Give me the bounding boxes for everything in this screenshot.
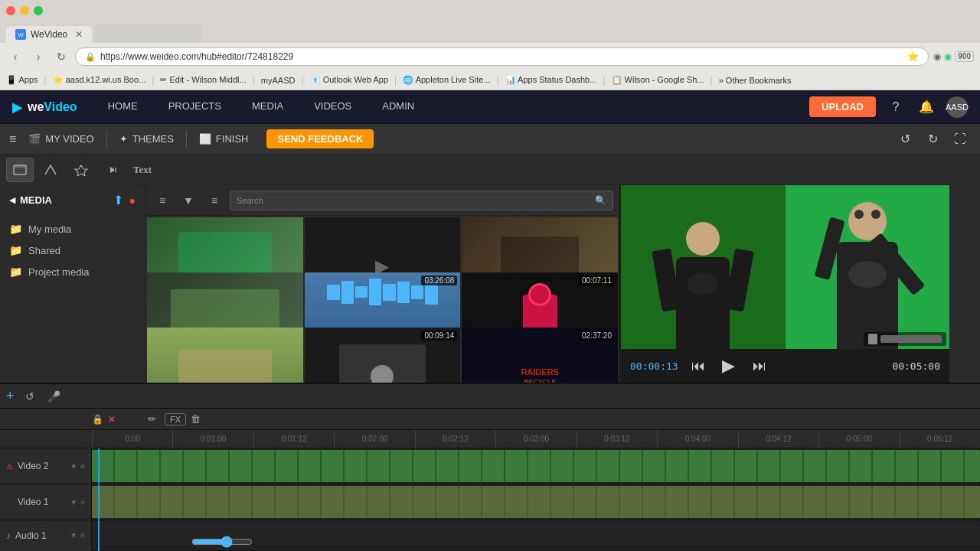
timeline-fx-button[interactable]: FX <box>165 413 186 425</box>
media-tool-audio[interactable] <box>98 158 126 182</box>
media-tool-effects[interactable] <box>67 158 95 182</box>
timeline-mic-button[interactable]: 🎤 <box>45 387 64 406</box>
bookmark-aasd[interactable]: ⭐ aasd.k12.wi.us Boo... <box>53 75 146 85</box>
fullscreen-button[interactable]: ⛶ <box>949 129 971 150</box>
search-icon[interactable]: 🔍 <box>595 195 606 206</box>
nav-videos[interactable]: VIDEOS <box>299 90 367 123</box>
ruler-3: 0:02:00 <box>334 430 414 448</box>
track-video1-name: Video 1 <box>18 497 48 507</box>
active-tab[interactable]: W WeVideo ✕ <box>6 26 92 43</box>
bookmark-wilson[interactable]: 📋 Wilson - Google Sh... <box>612 75 704 85</box>
playhead-x-icon[interactable]: ✕ <box>108 414 116 425</box>
finish-button[interactable]: ⬜ FINISH <box>199 133 249 145</box>
media-item-7[interactable]: 00:09:14 recording_1462558792000 <box>305 328 461 383</box>
bookmark-outlook[interactable]: 📧 Outlook Web App <box>310 75 388 85</box>
media-tool-clip[interactable] <box>6 158 34 182</box>
media-item-6[interactable]: 20090529_Great_Wall_8185 <box>147 328 303 383</box>
timeline: + ↺ 🎤 🔒 ✕ ✏ FX 🗑 0:00 0:01:00 0:01:12 0:… <box>0 383 980 551</box>
media-grid-toolbar: ≡ ▼ ≡ Search 🔍 <box>145 185 619 216</box>
track-audio1-settings[interactable]: ≡ <box>80 531 85 540</box>
themes-button[interactable]: ✦ THEMES <box>119 133 174 145</box>
timeline-undo-button[interactable]: ↺ <box>21 387 39 406</box>
grid-sort-icon[interactable]: ≡ <box>204 190 225 211</box>
play-button[interactable]: ▶ <box>718 355 740 377</box>
forward-button[interactable]: › <box>29 47 47 66</box>
new-tab[interactable] <box>95 24 202 43</box>
media-grid-container: ≡ ▼ ≡ Search 🔍 <box>145 185 619 383</box>
track-audio1-dropdown[interactable]: ▼ <box>70 531 77 540</box>
nav-media[interactable]: MEDIA <box>237 90 299 123</box>
track-video1-dropdown[interactable]: ▼ <box>70 498 77 507</box>
timeline-edit-pencil-button[interactable]: ✏ <box>143 411 160 428</box>
video2-clip-1[interactable] <box>92 450 980 482</box>
ruler-marks: 0:00 0:01:00 0:01:12 0:02:00 0:02:12 0:0… <box>92 430 980 448</box>
ruler-7: 0:04:00 <box>657 430 737 448</box>
track-video1-content[interactable] <box>92 484 980 520</box>
track-video2-warning-icon: ⚠ <box>6 462 13 471</box>
redo-button[interactable]: ↻ <box>922 129 943 150</box>
nav-projects[interactable]: PROJECTS <box>153 90 237 123</box>
user-avatar[interactable]: AASD <box>946 96 968 118</box>
grid-filter-icon[interactable]: ▼ <box>178 190 199 211</box>
ruler-1: 0:01:00 <box>172 430 253 448</box>
sidebar: ◀ MEDIA ⬆ ● 📁 My media 📁 Share <box>0 185 145 383</box>
help-icon[interactable]: ? <box>885 96 906 118</box>
media-item-8[interactable]: RAIDERS RECYCLE 02:37:20 1-22-16 Wilson … <box>462 328 618 383</box>
nav-home[interactable]: HOME <box>93 90 153 123</box>
timeline-add-button[interactable]: + <box>6 388 15 404</box>
bookmark-appleton[interactable]: 🌐 Appleton Live Site... <box>403 75 490 85</box>
grid-list-icon[interactable]: ≡ <box>152 190 173 211</box>
bookmark-apps-status[interactable]: 📊 Apps Status Dashb... <box>505 75 597 85</box>
track-audio1: ♪ Audio 1 ▼ ≡ <box>0 520 980 551</box>
traffic-light-maximize[interactable] <box>34 6 43 15</box>
back-button[interactable]: ‹ <box>6 47 24 66</box>
undo-button[interactable]: ↺ <box>894 129 916 150</box>
playhead-protect-icon: 🔒 <box>92 414 103 425</box>
audio-icon: ♪ <box>6 530 11 541</box>
tab-close-icon[interactable]: ✕ <box>75 29 83 40</box>
sidebar-item-project-media[interactable]: 📁 Project media <box>0 261 145 282</box>
media-tool-transition[interactable] <box>37 158 64 182</box>
hamburger-icon[interactable]: ≡ <box>9 132 16 146</box>
bookmark-other[interactable]: » Other Bookmarks <box>719 76 792 85</box>
track-audio1-content[interactable] <box>92 520 980 551</box>
video-reel-icon: 🎬 <box>28 133 41 145</box>
my-video-button[interactable]: 🎬 MY VIDEO <box>28 133 93 145</box>
video1-clip-1[interactable] <box>92 486 980 518</box>
upload-button[interactable]: UPLOAD <box>809 96 876 117</box>
notifications-icon[interactable]: 🔔 <box>916 96 937 118</box>
refresh-button[interactable]: ↻ <box>52 47 70 66</box>
toolbar-left: ≡ 🎬 MY VIDEO ✦ THEMES ⬜ FINISH SEND FEED… <box>9 129 374 148</box>
playhead-line-v1 <box>98 484 100 520</box>
sidebar-item-my-media[interactable]: 📁 My media <box>0 218 145 240</box>
timeline-toolbar: + ↺ 🎤 <box>0 384 980 409</box>
toolbar-separator-1 <box>106 130 107 148</box>
nav-admin[interactable]: ADMIN <box>367 90 430 123</box>
media-tool-text[interactable]: Text <box>129 158 156 182</box>
main-content: ◀ MEDIA ⬆ ● 📁 My media 📁 Share <box>0 185 980 383</box>
timeline-trash-button[interactable]: 🗑 <box>191 413 201 425</box>
bookmark-myaasd[interactable]: myAASD <box>261 76 296 85</box>
media-item-duration-4: 03:26:08 <box>421 276 457 285</box>
volume-slider[interactable] <box>191 536 253 548</box>
track-video2-settings[interactable]: ≡ <box>80 462 85 471</box>
bookmark-edit[interactable]: ✏ Edit - Wilson Middl... <box>160 75 246 85</box>
feedback-button[interactable]: SEND FEEDBACK <box>266 129 374 148</box>
track-video2-dropdown[interactable]: ▼ <box>70 462 77 471</box>
address-bar[interactable]: 🔒 https://www.weideo.com/hub#editor/7248… <box>75 47 929 66</box>
time-total: 00:05:00 <box>892 360 940 372</box>
next-frame-button[interactable]: ⏭ <box>749 355 770 377</box>
upload-media-icon[interactable]: ⬆ <box>113 193 123 207</box>
traffic-light-close[interactable] <box>6 6 15 15</box>
media-item-duration-5: 00:07:11 <box>579 276 615 285</box>
bookmark-apps[interactable]: 📱 Apps <box>6 75 38 85</box>
prev-frame-button[interactable]: ⏮ <box>688 355 709 377</box>
ruler-10: 0:05:12 <box>900 430 980 448</box>
track-video1-settings[interactable]: ≡ <box>80 498 85 507</box>
search-box[interactable]: Search 🔍 <box>230 191 613 210</box>
track-video2-content[interactable]: 🔒 ✕ 00:00:13 <box>92 448 980 484</box>
traffic-light-minimize[interactable] <box>20 6 29 15</box>
record-icon[interactable]: ● <box>129 194 136 207</box>
finish-icon: ⬜ <box>199 133 211 145</box>
sidebar-item-shared[interactable]: 📁 Shared <box>0 240 145 261</box>
